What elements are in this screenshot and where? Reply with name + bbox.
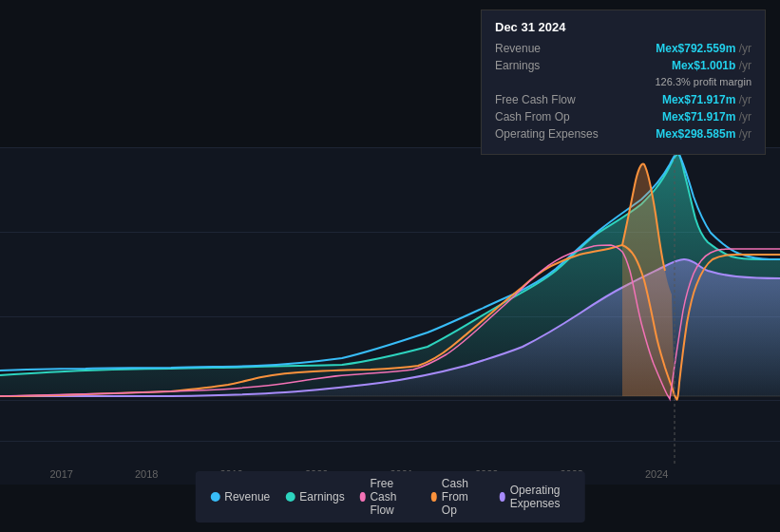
legend-label-revenue: Revenue	[224, 490, 270, 504]
chart-svg	[0, 147, 780, 466]
legend-dot-cashfromop	[431, 492, 437, 502]
tooltip-label-fcf: Free Cash Flow	[495, 93, 609, 106]
legend-label-earnings: Earnings	[299, 490, 344, 504]
tooltip-row-profit-margin: 126.3% profit margin	[495, 76, 751, 87]
chart-container: Dec 31 2024 Revenue Mex$792.559m /yr Ear…	[0, 0, 780, 532]
tooltip-row-earnings: Earnings Mex$1.001b /yr	[495, 59, 751, 72]
legend-label-opex: Operating Expenses	[510, 484, 570, 510]
legend-item-earnings[interactable]: Earnings	[285, 490, 344, 504]
tooltip-value-opex: Mex$298.585m /yr	[656, 127, 751, 141]
legend-item-opex[interactable]: Operating Expenses	[500, 484, 570, 510]
legend-label-cashfromop: Cash From Op	[442, 477, 485, 517]
tooltip-label-opex: Operating Expenses	[495, 127, 609, 141]
tooltip-value-earnings: Mex$1.001b /yr	[672, 59, 751, 72]
tooltip-value-fcf: Mex$71.917m /yr	[662, 93, 751, 106]
legend-dot-earnings	[285, 492, 295, 502]
tooltip-date: Dec 31 2024	[495, 20, 751, 34]
tooltip-value-cashfromop: Mex$71.917m /yr	[662, 110, 751, 124]
tooltip-row-revenue: Revenue Mex$792.559m /yr	[495, 42, 751, 55]
legend-dot-opex	[500, 492, 505, 502]
legend-item-revenue[interactable]: Revenue	[210, 490, 270, 504]
x-label-2018: 2018	[135, 468, 158, 480]
tooltip-row-opex: Operating Expenses Mex$298.585m /yr	[495, 127, 751, 141]
legend-label-fcf: Free Cash Flow	[370, 477, 416, 517]
legend-item-fcf[interactable]: Free Cash Flow	[360, 477, 416, 517]
tooltip-value-revenue: Mex$792.559m /yr	[656, 42, 751, 55]
tooltip-row-fcf: Free Cash Flow Mex$71.917m /yr	[495, 93, 751, 106]
legend-item-cashfromop[interactable]: Cash From Op	[431, 477, 485, 517]
legend-dot-revenue	[210, 492, 219, 502]
tooltip-label-earnings: Earnings	[495, 59, 609, 72]
legend: Revenue Earnings Free Cash Flow Cash Fro…	[195, 471, 585, 522]
tooltip-label-revenue: Revenue	[495, 42, 609, 55]
x-label-2017: 2017	[50, 468, 73, 480]
profit-margin-text: 126.3% profit margin	[656, 76, 752, 87]
tooltip-row-cashfromop: Cash From Op Mex$71.917m /yr	[495, 110, 751, 124]
x-label-2024: 2024	[645, 468, 668, 480]
legend-dot-fcf	[360, 492, 366, 502]
tooltip-box: Dec 31 2024 Revenue Mex$792.559m /yr Ear…	[481, 10, 766, 155]
tooltip-label-cashfromop: Cash From Op	[495, 110, 609, 124]
